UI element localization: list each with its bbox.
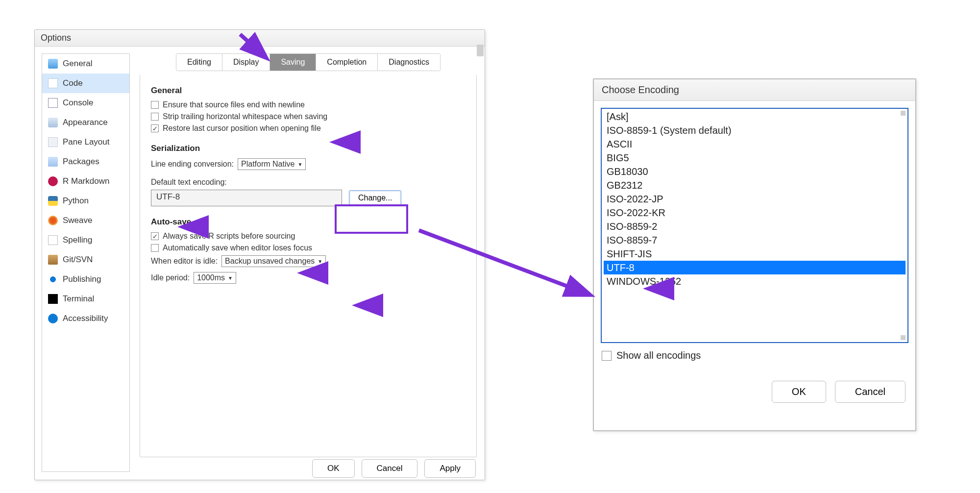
publishing-icon: [48, 274, 58, 284]
sidebar-item-label: Terminal: [63, 294, 94, 304]
caret-icon: ▼: [228, 275, 233, 281]
label-when-idle: When editor is idle:: [151, 257, 218, 266]
heading-general: General: [151, 86, 466, 96]
encoding-listbox[interactable]: [Ask]ISO-8859-1 (System default)ASCIIBIG…: [601, 108, 908, 343]
sidebar-item-label: Code: [63, 78, 83, 88]
heading-autosave: Auto-save: [151, 217, 466, 227]
sidebar-item-code[interactable]: Code: [42, 74, 129, 93]
encoding-item[interactable]: ISO-8859-2: [604, 220, 906, 233]
encoding-item[interactable]: BIG5: [604, 151, 906, 165]
sidebar-item-label: R Markdown: [63, 176, 109, 186]
options-title: Options: [35, 30, 485, 47]
select-line-ending[interactable]: Platform Native ▼: [238, 158, 306, 170]
cancel-button[interactable]: Cancel: [835, 381, 906, 403]
code-icon: [48, 78, 58, 88]
tab-display[interactable]: Display: [222, 54, 270, 71]
heading-serialization: Serialization: [151, 144, 466, 153]
sidebar-item-packages[interactable]: Packages: [42, 152, 129, 172]
checkbox-show-all-encodings[interactable]: [602, 351, 612, 361]
label-line-ending: Line ending conversion:: [151, 160, 234, 169]
encoding-item[interactable]: ISO-8859-7: [604, 233, 906, 247]
sidebar-item-sweave[interactable]: Sweave: [42, 211, 129, 230]
caret-icon: ▼: [297, 162, 302, 167]
encoding-item[interactable]: ASCII: [604, 137, 906, 151]
sidebar-item-label: Packages: [63, 157, 99, 167]
ok-button[interactable]: OK: [772, 381, 826, 403]
label-default-encoding: Default text encoding:: [151, 178, 227, 187]
encoding-item[interactable]: UTF-8: [604, 261, 906, 274]
sidebar-item-spelling[interactable]: Spelling: [42, 230, 129, 250]
sidebar-item-rmd[interactable]: R Markdown: [42, 172, 129, 191]
spelling-icon: [48, 235, 58, 245]
choose-encoding-title: Choose Encoding: [594, 79, 915, 101]
apply-button[interactable]: Apply: [424, 459, 476, 478]
label-strip-ws: Strip trailing horizontal whitespace whe…: [163, 112, 327, 121]
accessibility-icon: [48, 314, 58, 323]
tab-diagnostics[interactable]: Diagnostics: [378, 54, 440, 71]
sidebar-item-label: Spelling: [63, 235, 93, 245]
options-dialog: Options GeneralCodeConsoleAppearancePane…: [34, 29, 485, 480]
input-default-encoding[interactable]: UTF-8: [151, 190, 342, 206]
options-buttons: OK Cancel Apply: [312, 459, 476, 478]
saving-panel: General Ensure that source files end wit…: [140, 75, 477, 457]
encoding-item[interactable]: WINDOWS-1252: [604, 274, 906, 288]
label-auto-save-focus: Automatically save when editor loses foc…: [163, 244, 312, 252]
sidebar-item-terminal[interactable]: Terminal: [42, 289, 129, 309]
pane-icon: [48, 137, 58, 147]
options-content: Editing Display Saving Completion Diagno…: [130, 47, 485, 479]
sweave-icon: [48, 216, 58, 225]
sidebar-item-label: Appearance: [63, 118, 108, 127]
git-icon: [48, 255, 58, 265]
sidebar-item-pane[interactable]: Pane Layout: [42, 132, 129, 152]
sidebar-item-accessibility[interactable]: Accessibility: [42, 309, 129, 328]
scrollbar[interactable]: [900, 111, 906, 340]
sidebar-item-label: Accessibility: [63, 314, 108, 323]
select-idle-action-value: Backup unsaved changes: [225, 257, 315, 266]
sidebar-item-general[interactable]: General: [42, 54, 129, 74]
label-idle-period: Idle period:: [151, 273, 190, 282]
options-sidebar: GeneralCodeConsoleAppearancePane LayoutP…: [42, 53, 130, 472]
terminal-icon: [48, 294, 58, 304]
caret-icon: ▼: [318, 259, 322, 264]
rmd-icon: [48, 176, 58, 186]
encoding-item[interactable]: [Ask]: [604, 110, 906, 123]
python-icon: [48, 196, 58, 206]
change-button[interactable]: Change...: [349, 190, 401, 206]
tab-completion[interactable]: Completion: [316, 54, 378, 71]
sidebar-item-publishing[interactable]: Publishing: [42, 270, 129, 289]
encoding-item[interactable]: ISO-2022-KR: [604, 206, 906, 220]
sidebar-item-console[interactable]: Console: [42, 93, 129, 113]
checkbox-auto-save-focus[interactable]: [151, 244, 159, 252]
label-always-save: Always save R scripts before sourcing: [163, 232, 295, 241]
label-show-all-encodings: Show all encodings: [616, 350, 701, 361]
encoding-item[interactable]: GB18030: [604, 165, 906, 178]
checkbox-always-save[interactable]: [151, 232, 159, 240]
checkbox-strip-ws[interactable]: [151, 113, 159, 121]
select-idle-period[interactable]: 1000ms ▼: [194, 272, 236, 284]
select-idle-period-value: 1000ms: [197, 273, 225, 282]
appearance-icon: [48, 118, 58, 127]
tab-editing[interactable]: Editing: [176, 54, 222, 71]
checkbox-restore-cursor[interactable]: [151, 124, 159, 132]
encoding-item[interactable]: ISO-2022-JP: [604, 192, 906, 206]
sidebar-item-python[interactable]: Python: [42, 191, 129, 211]
label-restore-cursor: Restore last cursor position when openin…: [163, 124, 321, 133]
checkbox-ensure-newline[interactable]: [151, 101, 159, 109]
choose-encoding-dialog: Choose Encoding [Ask]ISO-8859-1 (System …: [593, 78, 916, 431]
cancel-button[interactable]: Cancel: [362, 459, 418, 478]
packages-icon: [48, 157, 58, 167]
sidebar-item-git[interactable]: Git/SVN: [42, 250, 129, 270]
encoding-item[interactable]: SHIFT-JIS: [604, 247, 906, 261]
tab-bar: Editing Display Saving Completion Diagno…: [176, 53, 441, 71]
encoding-item[interactable]: GB2312: [604, 178, 906, 192]
general-icon: [48, 59, 58, 69]
select-idle-action[interactable]: Backup unsaved changes ▼: [221, 255, 326, 267]
ok-button[interactable]: OK: [312, 459, 355, 478]
sidebar-item-label: Publishing: [63, 274, 101, 284]
sidebar-item-appearance[interactable]: Appearance: [42, 113, 129, 132]
sidebar-item-label: Pane Layout: [63, 137, 109, 147]
tab-saving[interactable]: Saving: [270, 54, 316, 71]
console-icon: [48, 98, 58, 108]
encoding-item[interactable]: ISO-8859-1 (System default): [604, 123, 906, 137]
label-ensure-newline: Ensure that source files end with newlin…: [163, 100, 305, 109]
